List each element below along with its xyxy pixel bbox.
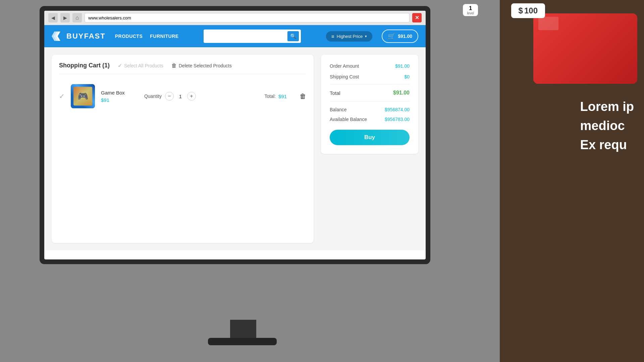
quantity-control: Quantity − 1 + [144,92,196,101]
item-details: Game Box $91 [101,90,125,103]
lorem-text: Lorem ip medioc Ex requ [580,97,634,155]
quantity-increase-button[interactable]: + [187,92,196,101]
shipping-cost-value: $0 [404,74,410,79]
logo-text: BUYFAST [66,32,106,41]
nav-links: PRODUCTS FURNITURE [115,34,179,39]
navbar: BUYFAST PRODUCTS FURNITURE 🔍 ≡ Highest P… [44,25,426,47]
item-checkbox[interactable]: ✓ [59,92,65,100]
item-total: Total: $91 [265,94,287,99]
nav-furniture[interactable]: FURNITURE [150,34,178,39]
balance-label: Balance [330,107,347,112]
shipping-cost-label: Shipping Cost [330,74,359,79]
monitor-base [208,338,277,345]
monitor-screen: ◀ ▶ ⌂ ✕ BUYFAST P [44,11,426,259]
buy-button[interactable]: Buy [330,130,410,145]
cart-amount: $91.00 [398,34,412,39]
search-input[interactable] [206,34,287,39]
main-content: Shopping Cart (1) ✓ Select All Products … [44,47,426,250]
quantity-label: Quantity [144,94,162,99]
logo-area: BUYFAST [52,32,106,41]
total-label: Total: [265,94,276,99]
available-balance-row: Available Balance $956783.00 [330,117,410,122]
sort-icon: ≡ [331,34,334,39]
order-amount-value: $91.00 [395,63,410,69]
monitor-frame: ◀ ▶ ⌂ ✕ BUYFAST P [40,6,430,264]
monitor-stand [230,320,256,339]
item-price: $91 [101,97,125,103]
level-number: 1 [467,5,474,11]
delete-item-button[interactable]: 🗑 [300,93,306,100]
item-name: Game Box [101,90,125,96]
order-amount-label: Order Amount [330,63,359,69]
select-all-label: Select All Products [124,63,163,68]
sort-label: Highest Price [337,34,363,39]
cart-button[interactable]: 🛒 $91.00 [382,29,418,43]
order-summary: Order Amount $91.00 Shipping Cost $0 Tot… [321,55,418,154]
hud-balance-display: $ 100 [511,3,545,18]
close-browser-button[interactable]: ✕ [412,13,422,22]
total-row: Total $91.00 [330,90,410,96]
total-row-value: $91.00 [393,90,410,96]
chevron-down-icon: ▾ [365,34,367,39]
delete-selected-button[interactable]: 🗑 Delete Selected Products [171,63,232,69]
trash-icon: 🗑 [171,63,177,69]
balance-amount: 100 [524,6,538,15]
cart-title: Shopping Cart (1) [59,62,110,69]
check-icon: ✓ [118,62,122,69]
browser-toolbar: ◀ ▶ ⌂ ✕ [44,11,426,25]
summary-divider-1 [330,84,410,84]
home-button[interactable]: ⌂ [72,13,82,22]
search-area: 🔍 [188,29,317,43]
cart-icon: 🛒 [388,33,395,40]
shipping-cost-row: Shipping Cost $0 [330,74,410,79]
sort-dropdown[interactable]: ≡ Highest Price ▾ [326,31,372,42]
quantity-decrease-button[interactable]: − [165,92,174,101]
summary-divider-2 [330,101,410,102]
quantity-value: 1 [177,94,184,99]
select-all-button[interactable]: ✓ Select All Products [118,62,163,69]
cart-header: Shopping Cart (1) ✓ Select All Products … [59,62,306,74]
buyfast-logo-icon [52,32,64,41]
cart-section: Shopping Cart (1) ✓ Select All Products … [52,55,314,243]
item-image: 🎮 [71,84,95,108]
total-row-label: Total [330,90,340,96]
search-button[interactable]: 🔍 [287,31,299,41]
nav-products[interactable]: PRODUCTS [115,34,143,39]
back-button[interactable]: ◀ [48,13,58,22]
logo-icon [52,32,64,41]
delete-selected-label: Delete Selected Products [179,63,232,68]
search-wrapper: 🔍 [204,29,301,43]
forward-button[interactable]: ▶ [60,13,70,22]
level-text: level [467,11,474,15]
balance-row: Balance $956874.00 [330,107,410,112]
hud-level-badge: 1 level [463,4,478,16]
available-balance-label: Available Balance [330,117,367,122]
available-balance-value: $956783.00 [385,117,410,122]
cart-item: ✓ 🎮 Game Box $91 Quantity [59,80,306,112]
balance-symbol: $ [519,6,523,15]
total-value: $91 [278,94,287,99]
url-input[interactable] [85,13,410,22]
balance-value: $956874.00 [385,107,410,112]
order-amount-row: Order Amount $91.00 [330,63,410,69]
